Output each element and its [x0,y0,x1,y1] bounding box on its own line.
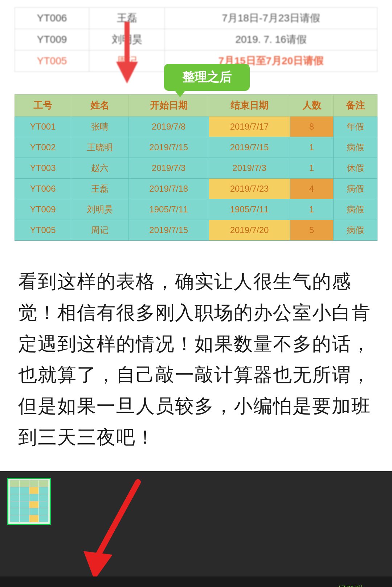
col-header-note: 备注 [334,95,377,117]
table-cell: 5 [290,220,334,241]
red-arrow-icon [73,478,152,580]
table-row: YT009 刘明昊 2019. 7. 16请假 [15,29,377,50]
table-cell: YT001 [15,117,71,137]
cell-date: 2019. 7. 16请假 [165,29,377,50]
table-cell: 2019/7/23 [209,179,290,199]
table-cell: 刘明昊 [71,199,128,220]
bottom-bar: 编辑 原图 经验啦 ✓ jingyanla.com [0,576,392,587]
table-row: YT006王磊2019/7/182019/7/234病假 [15,179,377,199]
table-cell: 2019/7/3 [128,158,209,179]
table-cell: 2019/7/15 [128,137,209,158]
table-cell: 1905/7/11 [128,199,209,220]
table-cell: 休假 [334,158,377,179]
svg-marker-3 [83,551,113,580]
raw-table: YT006 王磊 7月18日-7月23日请假 YT009 刘明昊 2019 [15,7,377,72]
thumbnail-content [8,479,50,524]
table-cell: 1 [290,158,334,179]
table-row: YT006 王磊 7月18日-7月23日请假 [15,8,377,29]
table-row: YT001张晴2019/7/82019/7/178年假 [15,117,377,137]
table-cell: 王磊 [71,179,128,199]
edit-label[interactable]: 编辑 [18,585,46,587]
table-cell: 病假 [334,179,377,199]
main-text-section: 看到这样的表格，确实让人很生气的感觉！相信有很多刚入职场的办公室小白肯定遇到这样… [0,252,392,471]
table-cell: 8 [290,117,334,137]
table-cell: YT006 [15,179,71,199]
bubble-text: 整理之后 [182,70,232,84]
table-cell: 2019/7/15 [128,220,209,241]
table-row: YT003赵六2019/7/32019/7/31休假 [15,158,377,179]
cell-id: YT006 [15,8,89,29]
bubble-wrapper: 整理之后 [15,75,377,91]
col-header-count: 人数 [290,95,334,117]
table-cell: YT009 [15,199,71,220]
table-row: YT009刘明昊1905/7/111905/7/111病假 [15,199,377,220]
table-cell: 2019/7/8 [128,117,209,137]
cell-name: 刘明昊 [89,29,165,50]
table-cell: 1905/7/11 [209,199,290,220]
table-cell: 病假 [334,220,377,241]
cell-id: YT005 [15,50,89,72]
table-cell: 张晴 [71,117,128,137]
watermark-main: 经验啦 ✓ [338,584,374,587]
cell-id: YT009 [15,29,89,50]
table-cell: 王晓明 [71,137,128,158]
cell-date: 7月18日-7月23日请假 [165,8,377,29]
table-cell: 2019/7/17 [209,117,290,137]
table-header-row: 工号 姓名 开始日期 结束日期 人数 备注 [15,95,377,117]
organized-section: 工号 姓名 开始日期 结束日期 人数 备注 YT001张晴2019/7/8201… [0,94,392,252]
table-cell: 2019/7/20 [209,220,290,241]
table-cell: 病假 [334,137,377,158]
main-paragraph: 看到这样的表格，确实让人很生气的感觉！相信有很多刚入职场的办公室小白肯定遇到这样… [18,266,374,453]
table-cell: 赵六 [71,158,128,179]
svg-line-2 [94,482,138,562]
bottom-red-arrow [73,478,152,582]
table-cell: YT002 [15,137,71,158]
table-row: YT005周记2019/7/152019/7/205病假 [15,220,377,241]
table-cell: 年假 [334,117,377,137]
col-header-end: 结束日期 [209,95,290,117]
thumbnail-strip [0,471,392,530]
speech-bubble: 整理之后 [164,64,250,91]
table-cell: 病假 [334,199,377,220]
table-cell: 1 [290,199,334,220]
table-cell: 周记 [71,220,128,241]
table-cell: 2019/7/15 [209,137,290,158]
col-header-name: 姓名 [71,95,128,117]
col-header-start: 开始日期 [128,95,209,117]
bottom-dark-section: 编辑 原图 经验啦 ✓ jingyanla.com [0,471,392,587]
watermark: 经验啦 ✓ jingyanla.com [330,584,374,587]
organized-table: 工号 姓名 开始日期 结束日期 人数 备注 YT001张晴2019/7/8201… [15,94,377,241]
col-header-id: 工号 [15,95,71,117]
table-cell: 2019/7/18 [128,179,209,199]
thumbnail-image[interactable] [7,478,51,525]
table-cell: 1 [290,137,334,158]
table-cell: YT003 [15,158,71,179]
table-row: YT002王晓明2019/7/152019/7/151病假 [15,137,377,158]
table-cell: 4 [290,179,334,199]
bubble-section: 整理之后 [0,75,392,91]
table-cell: 2019/7/3 [209,158,290,179]
table-cell: YT005 [15,220,71,241]
